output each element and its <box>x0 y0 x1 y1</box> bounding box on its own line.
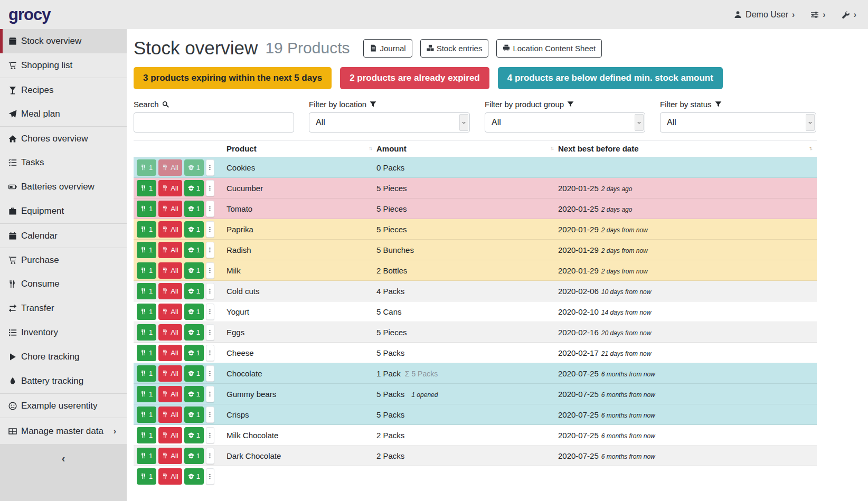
consume-one-button[interactable]: 1 <box>137 262 156 279</box>
sidebar-item-consume[interactable]: Consume <box>0 272 127 296</box>
sidebar-item-chore-tracking[interactable]: Chore tracking <box>0 345 127 369</box>
consume-all-button[interactable]: All <box>158 468 182 485</box>
consume-all-button[interactable]: All <box>158 201 182 217</box>
consume-one-button[interactable]: 1 <box>137 324 156 341</box>
consume-one-button[interactable]: 1 <box>137 468 156 485</box>
consume-all-button[interactable]: All <box>158 180 182 196</box>
row-menu-button[interactable] <box>206 427 214 443</box>
settings-menu[interactable]: › <box>810 10 825 20</box>
admin-menu[interactable]: › <box>842 10 856 20</box>
sidebar-item-inventory[interactable]: Inventory <box>0 320 127 345</box>
open-one-button[interactable]: 1 <box>184 242 204 258</box>
row-menu-button[interactable] <box>206 324 214 341</box>
consume-one-button[interactable]: 1 <box>137 159 156 176</box>
table-row: 1 All 1 Crisps 5 Packs 2020-07-256 month… <box>134 404 817 425</box>
sidebar-item-manage-master-data[interactable]: Manage master data › <box>0 418 127 444</box>
consume-all-button[interactable]: All <box>158 304 182 320</box>
sidebar-item-calendar[interactable]: Calendar <box>0 223 127 248</box>
consume-one-button[interactable]: 1 <box>137 242 156 258</box>
consume-one-button[interactable]: 1 <box>137 386 156 402</box>
row-menu-button[interactable] <box>206 468 214 485</box>
row-menu-button[interactable] <box>206 407 214 423</box>
consume-all-button[interactable]: All <box>158 365 182 382</box>
below-min-stock-alert[interactable]: 4 products are below defined min. stock … <box>498 67 723 89</box>
sidebar-item-battery-tracking[interactable]: Battery tracking <box>0 369 127 393</box>
consume-one-button[interactable]: 1 <box>137 221 156 238</box>
expired-alert[interactable]: 2 products are already expired <box>340 67 489 89</box>
consume-all-button[interactable]: All <box>158 386 182 402</box>
sidebar-item-batteries-overview[interactable]: Batteries overview <box>0 175 127 199</box>
sidebar-item-chores-overview[interactable]: Chores overview <box>0 126 127 150</box>
consume-one-button[interactable]: 1 <box>137 427 156 443</box>
amount-column-header[interactable]: Amount ↑↓ <box>376 140 558 157</box>
open-one-button[interactable]: 1 <box>184 159 204 176</box>
sidebar-item-transfer[interactable]: Transfer <box>0 296 127 320</box>
sidebar-item-example-userentity[interactable]: Example userentity <box>0 393 127 418</box>
consume-one-button[interactable]: 1 <box>137 448 156 464</box>
open-one-button[interactable]: 1 <box>184 324 204 341</box>
open-one-button[interactable]: 1 <box>184 468 204 485</box>
row-menu-button[interactable] <box>206 283 214 299</box>
consume-all-button[interactable]: All <box>158 407 182 423</box>
row-menu-button[interactable] <box>206 242 214 258</box>
consume-all-button[interactable]: All <box>158 242 182 258</box>
sidebar-item-shopping-list[interactable]: Shopping list <box>0 53 127 78</box>
sidebar-item-meal-plan[interactable]: Meal plan <box>0 102 127 126</box>
open-one-button[interactable]: 1 <box>184 262 204 279</box>
consume-all-button[interactable]: All <box>158 262 182 279</box>
sidebar-item-recipes[interactable]: Recipes <box>0 78 127 102</box>
consume-all-button[interactable]: All <box>158 324 182 341</box>
open-one-button[interactable]: 1 <box>184 407 204 423</box>
sidebar-item-equipment[interactable]: Equipment <box>0 199 127 223</box>
open-one-button[interactable]: 1 <box>184 365 204 382</box>
consume-one-button[interactable]: 1 <box>137 365 156 382</box>
open-one-button[interactable]: 1 <box>184 201 204 217</box>
location-filter-select[interactable]: All <box>309 112 470 133</box>
consume-one-button[interactable]: 1 <box>137 180 156 196</box>
consume-one-button[interactable]: 1 <box>137 345 156 361</box>
row-menu-button[interactable] <box>206 365 214 382</box>
consume-one-button[interactable]: 1 <box>137 304 156 320</box>
row-menu-button[interactable] <box>206 262 214 279</box>
row-menu-button[interactable] <box>206 201 214 217</box>
row-menu-button[interactable] <box>206 386 214 402</box>
status-filter-select[interactable]: All <box>660 112 816 133</box>
consume-all-button[interactable]: All <box>158 283 182 299</box>
sidebar-item-stock-overview[interactable]: Stock overview <box>0 29 127 53</box>
consume-one-button[interactable]: 1 <box>137 283 156 299</box>
open-one-button[interactable]: 1 <box>184 448 204 464</box>
row-menu-button[interactable] <box>206 448 214 464</box>
consume-all-button[interactable]: All <box>158 448 182 464</box>
row-menu-button[interactable] <box>206 180 214 196</box>
row-menu-button[interactable] <box>206 345 214 361</box>
stock-entries-button[interactable]: Stock entries <box>420 39 489 58</box>
search-input[interactable] <box>134 112 294 133</box>
sidebar-collapse-button[interactable]: ‹ <box>0 444 127 501</box>
row-menu-button[interactable] <box>206 304 214 320</box>
open-one-button[interactable]: 1 <box>184 345 204 361</box>
open-one-button[interactable]: 1 <box>184 427 204 443</box>
open-one-button[interactable]: 1 <box>184 386 204 402</box>
open-one-button[interactable]: 1 <box>184 304 204 320</box>
sidebar-item-tasks[interactable]: Tasks <box>0 150 127 175</box>
open-one-button[interactable]: 1 <box>184 180 204 196</box>
open-one-button[interactable]: 1 <box>184 283 204 299</box>
open-one-button[interactable]: 1 <box>184 221 204 238</box>
user-menu[interactable]: Demo User › <box>734 10 795 20</box>
app-logo[interactable]: grocy <box>8 5 50 24</box>
date-column-header[interactable]: Next best before date ↑↓ <box>558 140 817 157</box>
consume-all-button[interactable]: All <box>158 221 182 238</box>
consume-all-button[interactable]: All <box>158 427 182 443</box>
expiring-alert[interactable]: 3 products expiring within the next 5 da… <box>134 67 332 89</box>
location-content-sheet-button[interactable]: Location Content Sheet <box>496 39 602 58</box>
consume-one-button[interactable]: 1 <box>137 201 156 217</box>
row-menu-button[interactable] <box>206 221 214 238</box>
consume-one-button[interactable]: 1 <box>137 407 156 423</box>
product-group-filter-select[interactable]: All <box>485 112 645 133</box>
product-column-header[interactable]: Product ↑↓ <box>227 140 376 157</box>
journal-button[interactable]: Journal <box>363 39 412 58</box>
consume-all-button[interactable]: All <box>158 345 182 361</box>
sidebar-item-purchase[interactable]: Purchase <box>0 248 127 272</box>
consume-all-button[interactable]: All <box>158 159 182 176</box>
row-menu-button[interactable] <box>206 159 214 176</box>
